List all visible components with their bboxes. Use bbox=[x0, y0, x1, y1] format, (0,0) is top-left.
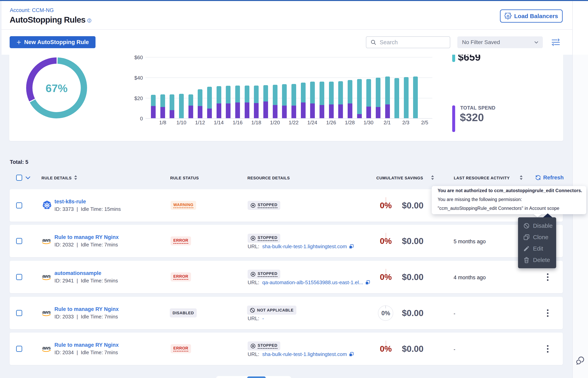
svg-text:aws: aws bbox=[42, 345, 51, 351]
svg-text:aws: aws bbox=[42, 309, 51, 315]
svg-text:aws: aws bbox=[42, 273, 51, 279]
svg-text:aws: aws bbox=[42, 237, 51, 243]
